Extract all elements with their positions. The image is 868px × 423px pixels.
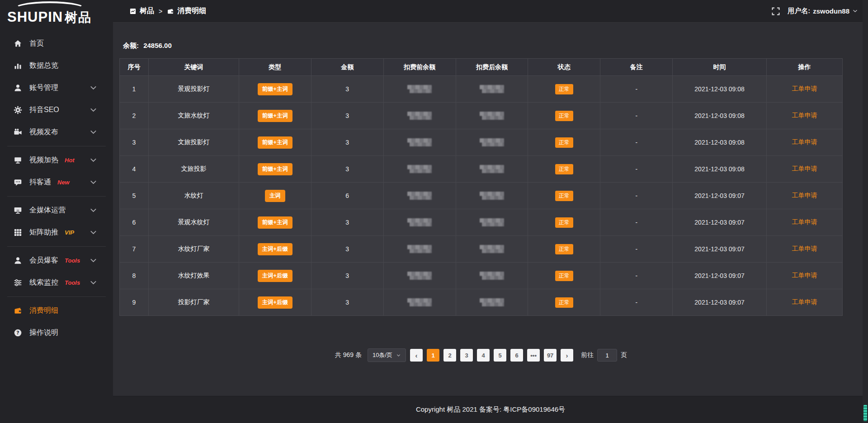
status-badge: 正常: [555, 137, 573, 148]
fullscreen-icon[interactable]: [771, 7, 780, 16]
menu-item-label: 抖音SEO: [29, 105, 59, 115]
action-link[interactable]: 工单申请: [792, 245, 817, 252]
scrollbar-thumb[interactable]: [863, 405, 867, 421]
cell-keyword: 文旅投影: [148, 156, 239, 183]
table-row: 4 文旅投影 前缀+主词 3 正常 - 2021-12-03 09:08 工单申…: [120, 156, 843, 183]
user-menu[interactable]: 用户名: zswodun88: [788, 7, 858, 15]
chevron-down-icon: [89, 128, 98, 136]
sidebar-item-douketong[interactable]: 抖客通 New: [0, 171, 113, 193]
cell-balance-after: [456, 209, 528, 236]
page-button-1[interactable]: 1: [427, 349, 439, 362]
page-button-6[interactable]: 6: [510, 349, 523, 362]
menu-item-icon: [14, 84, 22, 92]
scrollbar-track[interactable]: [863, 0, 868, 423]
cell-balance-before: [383, 103, 456, 129]
action-link[interactable]: 工单申请: [792, 272, 817, 279]
column-header: 关键词: [148, 59, 239, 76]
masked-balance-before: [407, 112, 432, 120]
sidebar-item-matrix-boost[interactable]: 矩阵助推 VIP: [0, 221, 113, 244]
masked-balance-after: [480, 85, 504, 94]
chevron-down-icon: [89, 256, 98, 265]
next-page-button[interactable]: ›: [561, 349, 573, 362]
cell-time: 2021-12-03 09:08: [673, 76, 767, 103]
table-row: 2 文旅水纹灯 前缀+主词 3 正常 - 2021-12-03 09:08 工单…: [120, 103, 843, 129]
sidebar-item-data-overview[interactable]: 数据总览: [0, 55, 113, 77]
content-area: 余额: 24856.00 序号关键词类型金额扣费前余额扣费后余额状态备注时间操作…: [113, 23, 868, 396]
sidebar-item-operation-guide[interactable]: 操作说明: [0, 322, 113, 344]
cell-type: 主词+后缀: [239, 236, 311, 263]
masked-balance-after: [480, 245, 504, 254]
cell-index: 7: [120, 236, 149, 263]
masked-balance-before: [407, 218, 432, 227]
breadcrumb-item-2[interactable]: 消费明细: [167, 6, 206, 16]
sidebar-item-douyin-seo[interactable]: 抖音SEO: [0, 99, 113, 121]
menu-item-label: 视频发布: [29, 127, 58, 137]
cell-status: 正常: [528, 183, 600, 209]
cell-balance-after: [456, 183, 528, 209]
table-row: 8 水纹灯效果 主词+后缀 3 正常 - 2021-12-03 09:07 工单…: [120, 263, 843, 289]
goto-unit: 页: [621, 351, 627, 359]
breadcrumb: 树品>消费明细: [129, 6, 206, 16]
page-size-select[interactable]: 10条/页: [368, 348, 406, 362]
menu-item-icon: [14, 178, 22, 187]
sidebar-item-video-heat[interactable]: 视频加热 Hot: [0, 149, 113, 171]
masked-balance-after: [480, 218, 504, 227]
table-row: 1 景观投影灯 前缀+主词 3 正常 - 2021-12-03 09:08 工单…: [120, 76, 843, 103]
chevron-down-icon: [396, 353, 401, 358]
cell-index: 2: [120, 103, 149, 129]
sidebar-item-member-baoke[interactable]: 会员爆客 Tools: [0, 249, 113, 272]
action-link[interactable]: 工单申请: [792, 218, 817, 226]
sidebar-item-consumption-detail[interactable]: 消费明细: [0, 300, 113, 322]
action-link[interactable]: 工单申请: [792, 192, 817, 199]
sidebar-item-clue-monitor[interactable]: 线索监控 Tools: [0, 272, 113, 294]
sidebar-item-home[interactable]: 首页: [0, 33, 113, 55]
cell-keyword: 投影灯厂家: [148, 289, 239, 316]
action-link[interactable]: 工单申请: [792, 165, 817, 172]
cell-keyword: 景观水纹灯: [148, 209, 239, 236]
cell-time: 2021-12-03 09:08: [673, 156, 767, 183]
menu-item-icon: [14, 278, 22, 287]
menu-item-icon: [14, 306, 22, 315]
cell-remark: -: [600, 289, 673, 316]
action-link[interactable]: 工单申请: [792, 85, 817, 92]
chevron-down-icon: [89, 84, 98, 92]
action-link[interactable]: 工单申请: [792, 298, 817, 306]
page-button-97[interactable]: 97: [544, 349, 557, 362]
breadcrumb-label: 树品: [140, 6, 154, 16]
sidebar-item-video-publish[interactable]: 视频发布: [0, 121, 113, 143]
sidebar-item-account-management[interactable]: 账号管理: [0, 77, 113, 99]
type-badge: 前缀+主词: [258, 136, 292, 149]
goto-page-input[interactable]: [597, 349, 617, 362]
page-button-4[interactable]: 4: [477, 349, 490, 362]
page-button-3[interactable]: 3: [460, 349, 473, 362]
type-badge: 前缀+主词: [258, 163, 292, 175]
consumption-table: 序号关键词类型金额扣费前余额扣费后余额状态备注时间操作 1 景观投影灯 前缀+主…: [119, 58, 843, 316]
cell-index: 9: [120, 289, 149, 316]
cell-status: 正常: [528, 263, 600, 289]
status-badge: 正常: [555, 271, 573, 281]
page-button-2[interactable]: 2: [443, 349, 456, 362]
sidebar-divider: [7, 196, 106, 197]
cell-status: 正常: [528, 76, 600, 103]
sidebar-divider: [7, 146, 106, 146]
chevron-down-icon: [89, 206, 98, 215]
cell-remark: -: [600, 156, 673, 183]
menu-item-label: 抖客通: [29, 178, 51, 187]
prev-page-button[interactable]: ‹: [410, 349, 423, 362]
cell-action: 工单申请: [767, 236, 843, 263]
cell-index: 5: [120, 183, 149, 209]
table-header-row: 序号关键词类型金额扣费前余额扣费后余额状态备注时间操作: [120, 59, 843, 76]
sidebar-item-media-operation[interactable]: 全媒体运营: [0, 199, 113, 221]
action-link[interactable]: 工单申请: [792, 138, 817, 146]
menu-item-label: 操作说明: [29, 328, 58, 338]
masked-balance-before: [407, 272, 432, 280]
cell-type: 主词: [239, 183, 311, 209]
masked-balance-after: [480, 272, 504, 280]
page-ellipsis-button[interactable]: •••: [527, 349, 540, 362]
menu-item-label: 视频加热: [29, 155, 58, 165]
breadcrumb-item-1[interactable]: 树品: [129, 6, 154, 16]
page-button-5[interactable]: 5: [494, 349, 506, 362]
goto-page: 前往 页: [581, 349, 627, 362]
action-link[interactable]: 工单申请: [792, 112, 817, 119]
cell-balance-after: [456, 76, 528, 103]
